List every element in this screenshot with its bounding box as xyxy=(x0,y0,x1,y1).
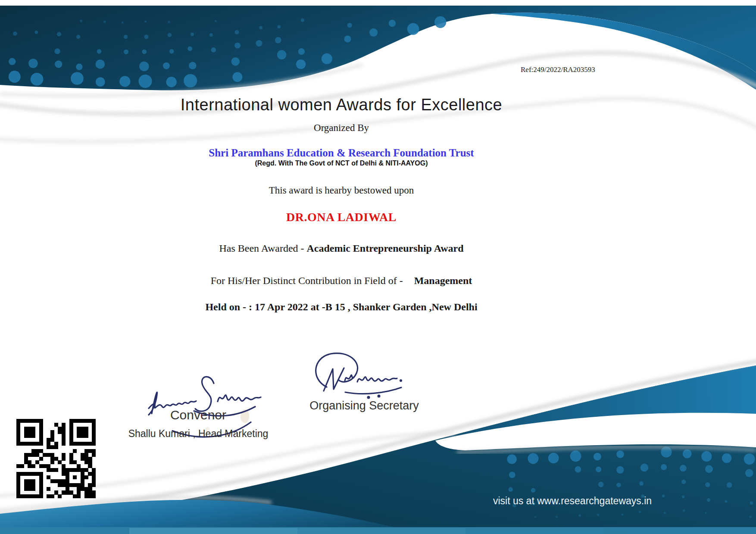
contribution-field: Management xyxy=(414,275,472,286)
organising-secretary-signature xyxy=(303,349,411,403)
certificate-title: International women Awards for Excellenc… xyxy=(0,96,683,114)
website-text: visit us at www.researchgateways.in xyxy=(486,495,659,507)
contribution-line: For His/Her Distinct Contribution in Fie… xyxy=(0,275,683,287)
organization-name: Shri Paramhans Education & Research Foun… xyxy=(0,147,683,159)
certificate-page: Ref:249/2022/RA203593 International wome… xyxy=(0,0,756,534)
contribution-prefix: For His/Her Distinct Contribution in Fie… xyxy=(211,275,403,286)
organized-by-label: Organized By xyxy=(0,122,683,134)
held-on-line: Held on - : 17 Apr 2022 at -B 15 , Shank… xyxy=(0,301,683,313)
bestowed-line: This award is hearby bestowed upon xyxy=(0,185,683,196)
organising-secretary-label: Organising Secretary xyxy=(297,399,431,412)
convenor-role-label: Convenor xyxy=(125,408,272,422)
award-name: Academic Entrepreneurship Award xyxy=(307,243,464,254)
recipient-name: DR.ONA LADIWAL xyxy=(0,210,683,224)
award-line: Has Been Awarded - Academic Entrepreneur… xyxy=(0,243,683,254)
wave-decoration xyxy=(0,0,756,534)
qr-code-icon xyxy=(16,419,96,498)
top-dark-wave xyxy=(0,6,756,91)
convenor-name-label: Shallu Kumari , Head Marketing xyxy=(125,428,272,440)
registration-note: (Regd. With The Govt of NCT of Delhi & N… xyxy=(0,159,683,167)
reference-number: Ref:249/2022/RA203593 xyxy=(521,66,595,74)
award-line-prefix: Has Been Awarded - xyxy=(219,243,304,254)
bottom-white-ribbon xyxy=(435,413,756,450)
